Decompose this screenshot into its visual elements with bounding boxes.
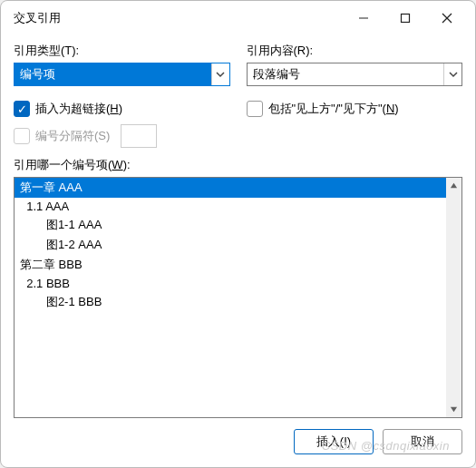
which-item-label: 引用哪一个编号项(W):: [14, 157, 462, 173]
ref-content-label: 引用内容(R):: [247, 43, 463, 59]
dialog-footer: 插入(I) 取消: [14, 418, 462, 454]
svg-marker-4: [451, 183, 457, 188]
cancel-button[interactable]: 取消: [383, 429, 462, 454]
chevron-down-icon: [211, 63, 229, 85]
item-listbox[interactable]: 第一章 AAA 1.1 AAA 图1-1 AAA 图1-2 AAA第二章 BBB…: [14, 177, 462, 418]
include-checkbox-label: 包括"见上方"/"见下方"(N): [268, 101, 399, 117]
scrollbar[interactable]: [446, 178, 461, 417]
minimize-button[interactable]: [343, 5, 384, 32]
hyperlink-checkbox-label: 插入为超链接(H): [35, 101, 122, 117]
ref-type-value: 编号项: [15, 66, 211, 83]
svg-rect-1: [402, 15, 410, 23]
separator-checkbox-label: 编号分隔符(S): [35, 128, 110, 144]
scroll-up-icon[interactable]: [446, 178, 461, 193]
chevron-down-icon: [443, 63, 461, 85]
maximize-button[interactable]: [384, 5, 426, 32]
close-button[interactable]: [426, 5, 468, 32]
list-item[interactable]: 第一章 AAA: [15, 178, 446, 198]
list-item[interactable]: 1.1 AAA: [15, 198, 446, 215]
separator-input: [121, 124, 157, 148]
dialog-window: 交叉引用 引用类型(T): 编号项 引用内容(R):: [0, 0, 476, 468]
list-item[interactable]: 图2-1 BBB: [15, 292, 446, 312]
list-item[interactable]: 第二章 BBB: [15, 255, 446, 275]
insert-button[interactable]: 插入(I): [294, 429, 374, 454]
ref-content-value: 段落编号: [248, 66, 444, 83]
list-item[interactable]: 图1-1 AAA: [15, 215, 446, 235]
list-item[interactable]: 2.1 BBB: [15, 275, 446, 292]
ref-type-label: 引用类型(T):: [14, 43, 230, 59]
titlebar: 交叉引用: [1, 1, 475, 35]
scroll-down-icon[interactable]: [446, 402, 461, 417]
ref-type-select[interactable]: 编号项: [14, 63, 230, 86]
window-title: 交叉引用: [14, 10, 343, 26]
include-checkbox[interactable]: [247, 101, 263, 117]
svg-marker-5: [451, 407, 457, 412]
scroll-track[interactable]: [446, 193, 461, 402]
list-item[interactable]: 图1-2 AAA: [15, 235, 446, 255]
separator-checkbox: [14, 128, 30, 144]
ref-content-select[interactable]: 段落编号: [247, 63, 463, 86]
hyperlink-checkbox[interactable]: ✓: [14, 101, 30, 117]
dialog-content: 引用类型(T): 编号项 引用内容(R): 段落编号: [1, 35, 475, 467]
